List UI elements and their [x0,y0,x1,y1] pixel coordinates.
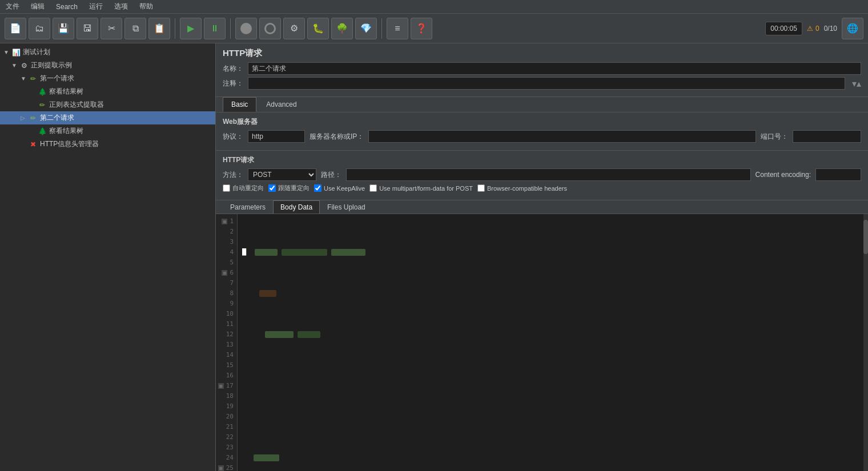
path-input[interactable] [346,168,751,181]
line-21: 21 [216,422,237,432]
menu-run[interactable]: 运行 [87,1,105,13]
debug-button[interactable]: 🐛 [307,18,329,39]
sep1 [175,18,175,39]
count-badge: 0/10 [824,25,837,33]
tree-view-result1[interactable]: 🌲 察看结果树 [0,85,215,98]
sub-tab-body-data[interactable]: Body Data [273,200,320,214]
server-input[interactable] [368,130,756,143]
method-select[interactable]: POST GET PUT DELETE [248,168,316,181]
code-editor[interactable]: ■ 1 2 3 4 5 ■ 6 7 8 9 10 11 12 13 14 15 [216,214,868,471]
fold-25[interactable]: ■ [218,465,224,471]
menu-search[interactable]: Search [54,2,80,12]
tree-arrow-first: ▼ [21,75,26,82]
first-req-label: 第一个请求 [40,74,74,83]
tree-regex-extract[interactable]: ✏ 正则表达式提取器 [0,98,215,111]
tab-basic[interactable]: Basic [223,97,256,112]
browser-compat-label[interactable]: Browser-compatible headers [477,184,567,192]
circle2-button[interactable] [259,18,281,39]
menu-help[interactable]: 帮助 [137,1,155,13]
vertical-scrollbar[interactable] [863,214,868,471]
rule-label: 正则提取示例 [31,61,72,70]
tree-first-request[interactable]: ▼ ✏ 第一个请求 [0,72,215,85]
result2-label: 察看结果树 [49,126,83,136]
protocol-input[interactable] [248,130,305,143]
menu-options[interactable]: 选项 [112,1,130,13]
regex-icon: ✏ [38,100,47,110]
second-req-label: 第二个请求 [40,113,74,123]
open-icon: 🗂 [35,23,44,34]
auto-redirect-check[interactable] [223,184,230,192]
keep-alive-check[interactable] [314,184,322,192]
port-input[interactable] [793,130,861,143]
second-req-icon: ✏ [29,114,38,123]
keep-alive-text: Use KeepAlive [324,185,365,192]
comment-input[interactable] [248,77,845,90]
method-label: 方法： [223,170,243,180]
tree-arrow-rule: ▼ [11,62,17,69]
tree-rule-extract[interactable]: ▼ ⚙ 正则提取示例 [0,59,215,72]
follow-redirect-text: 跟随重定向 [278,184,310,192]
save-button[interactable]: 💾 [53,18,74,39]
keep-alive-label[interactable]: Use KeepAlive [314,184,365,192]
new-icon: 📄 [10,23,21,34]
tree-arrow-second: ▷ [21,115,26,121]
main-tabs-bar: Basic Advanced [216,97,868,112]
menu-file[interactable]: 文件 [3,1,22,13]
open-button[interactable]: 🗂 [29,18,50,39]
line-24: 24 [216,453,237,463]
paste-button[interactable]: 📋 [148,18,170,39]
encoding-input[interactable] [815,168,861,181]
settings-button[interactable]: ⚙ [283,18,305,39]
line-2: 2 [216,227,237,237]
play-button[interactable]: ▶ [180,18,202,39]
tree-arrow-plan: ▼ [3,49,9,55]
list-button[interactable]: ≡ [387,18,408,39]
tree-view-result2[interactable]: 🌲 察看结果树 [0,124,215,138]
tab-advanced[interactable]: Advanced [258,97,305,112]
line-4: 4 [216,247,237,257]
result1-icon: 🌲 [38,87,47,96]
follow-redirect-label[interactable]: 跟随重定向 [268,184,310,192]
sub-tab-files-upload[interactable]: Files Upload [320,200,373,214]
tree-test-plan[interactable]: ▼ 📊 测试计划 [0,46,215,59]
regex-label: 正则表达式提取器 [49,100,104,110]
auto-redirect-label[interactable]: 自动重定向 [223,184,264,192]
sub-tab-parameters[interactable]: Parameters [223,200,273,214]
tree-button[interactable]: 🌳 [331,18,353,39]
line-25: ■ 25 [216,463,237,471]
path-label: 路径： [321,170,341,180]
gem-button[interactable]: 💎 [355,18,377,39]
browser-compat-check[interactable] [477,184,485,192]
help-button[interactable]: ❓ [411,18,432,39]
stop-button[interactable]: ⏸ [204,18,226,39]
warn-badge: ⚠ 0 [807,25,819,33]
new-button[interactable]: 📄 [5,18,26,39]
code-content[interactable]: █ "sdk_version" : "${pushId}" [238,214,868,471]
circle-button[interactable] [235,18,257,39]
gem-icon: 💎 [360,23,372,34]
fold-1[interactable]: ■ [222,219,227,224]
name-row: 名称： [223,62,861,75]
multipart-label[interactable]: Use multipart/form-data for POST [369,184,473,192]
list-icon: ≡ [395,23,400,34]
menu-edit[interactable]: 编辑 [29,1,47,13]
scroll-thumb[interactable] [863,220,868,254]
timer-display: 00:00:05 [765,22,802,35]
save-as-button[interactable]: 🖫 [77,18,98,39]
cut-button[interactable]: ✂ [101,18,122,39]
code-line-4 [242,371,863,381]
line-11: 11 [216,319,237,329]
name-input[interactable] [248,62,861,75]
follow-redirect-check[interactable] [268,184,276,192]
copy-button[interactable]: ⧉ [124,18,146,39]
line-15: 15 [216,360,237,371]
multipart-check[interactable] [369,184,377,192]
fold-17[interactable]: ■ [218,383,224,389]
tree-second-request[interactable]: ▷ ✏ 第二个请求 [0,111,215,124]
fold-6[interactable]: ■ [222,270,227,276]
tree-http-manager[interactable]: ✖ HTTP信息头管理器 [0,138,215,151]
play-icon: ▶ [187,23,194,34]
collapse-btn[interactable]: ▾▴ [852,78,861,89]
sep3 [381,18,382,39]
network-button[interactable]: 🌐 [842,18,863,39]
